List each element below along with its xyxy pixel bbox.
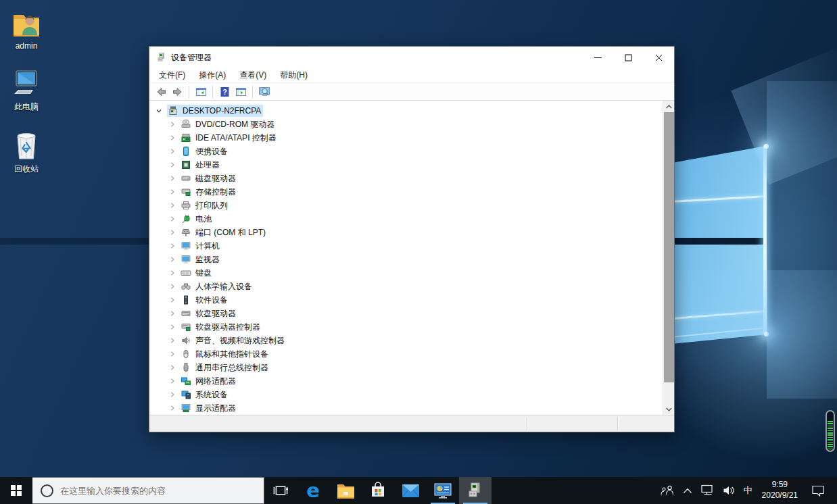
ime-indicator[interactable]: 中 (740, 477, 757, 504)
chevron-right-icon[interactable] (168, 297, 176, 303)
search-input[interactable] (60, 486, 249, 496)
tree-item-floppy-drive[interactable]: 软盘驱动器 (149, 307, 663, 320)
folder-icon (337, 483, 355, 499)
mail-icon (402, 484, 420, 498)
tree-item-ports[interactable]: 端口 (COM 和 LPT) (149, 226, 663, 239)
tree-item-keyboard[interactable]: 键盘 (149, 266, 663, 280)
scrollbar-thumb[interactable] (664, 112, 674, 382)
tree-item-computer[interactable]: 计算机 (149, 239, 663, 253)
scan-hardware-changes-button[interactable] (258, 85, 271, 99)
clock[interactable]: 9:59 2020/9/21 (757, 480, 803, 501)
menu-help[interactable]: 帮助(H) (273, 68, 314, 83)
chevron-right-icon[interactable] (168, 337, 176, 344)
tree-item-dvd[interactable]: DVD/CD-ROM 驱动器 (149, 118, 663, 131)
desktop-icon-recycle-bin[interactable]: 回收站 (3, 128, 50, 175)
tree-item-portable[interactable]: 便携设备 (149, 145, 663, 158)
tree-item-battery[interactable]: 电池 (149, 212, 663, 226)
show-console-tree-button[interactable] (194, 85, 208, 99)
people-button[interactable] (656, 477, 679, 504)
chevron-right-icon[interactable] (168, 243, 176, 249)
scroll-down-arrow[interactable] (663, 403, 674, 415)
chevron-right-icon[interactable] (168, 188, 176, 195)
taskbar-search[interactable] (32, 477, 264, 504)
tree-item-ide[interactable]: IDE ATA/ATAPI 控制器 (149, 131, 663, 145)
scroll-up-arrow[interactable] (663, 101, 674, 112)
volume-icon[interactable] (719, 477, 740, 504)
desktop-icon-label: 回收站 (3, 163, 50, 175)
file-explorer-taskbar-icon[interactable] (329, 477, 362, 504)
chevron-right-icon[interactable] (168, 351, 176, 357)
forward-button[interactable] (170, 85, 184, 99)
edge-taskbar-icon[interactable]: e (297, 477, 329, 504)
store-taskbar-icon[interactable] (362, 477, 394, 504)
chevron-right-icon[interactable] (168, 175, 176, 182)
chevron-right-icon[interactable] (168, 256, 176, 263)
minimize-button[interactable] (583, 47, 613, 68)
tree-item-software-device[interactable]: 软件设备 (149, 293, 663, 307)
tree-item-system-devices[interactable]: 系统设备 (149, 388, 663, 401)
tree-item-disk[interactable]: 磁盘驱动器 (149, 172, 663, 185)
chevron-right-icon[interactable] (168, 134, 176, 141)
tree-item-network[interactable]: 网络适配器 (149, 374, 663, 388)
tree-item-storage[interactable]: 存储控制器 (149, 185, 663, 199)
tree-root-computer[interactable]: DESKTOP-N2FRCPA (149, 104, 663, 118)
svg-text:?: ? (222, 87, 227, 95)
start-button[interactable] (0, 477, 32, 504)
device-manager-taskbar-icon[interactable] (459, 477, 492, 504)
chevron-right-icon[interactable] (168, 216, 176, 222)
tree-item-hid[interactable]: 人体学输入设备 (149, 280, 663, 293)
system-device-icon (181, 389, 191, 400)
maximize-button[interactable] (613, 47, 644, 68)
tree-item-label: 显示适配器 (195, 403, 236, 414)
toolbar-separator (189, 86, 189, 98)
floppy-drive-icon (181, 308, 191, 319)
tree-item-mouse[interactable]: 鼠标和其他指针设备 (149, 347, 663, 361)
tree-item-label: 计算机 (195, 241, 220, 252)
chevron-right-icon[interactable] (168, 270, 176, 276)
selected-node[interactable]: DESKTOP-N2FRCPA (167, 105, 263, 117)
chevron-right-icon[interactable] (168, 121, 176, 128)
system-properties-taskbar-icon[interactable] (427, 477, 459, 504)
mail-taskbar-icon[interactable] (394, 477, 427, 504)
network-icon[interactable] (696, 477, 719, 504)
menu-view[interactable]: 查看(V) (233, 68, 273, 83)
chevron-right-icon[interactable] (168, 310, 176, 317)
titlebar[interactable]: 设备管理器 (149, 47, 674, 68)
chevron-right-icon[interactable] (168, 405, 176, 411)
vertical-scrollbar[interactable] (663, 101, 674, 415)
tree-item-processor[interactable]: 处理器 (149, 158, 663, 172)
tree-item-floppy-controller[interactable]: 软盘驱动器控制器 (149, 320, 663, 334)
chevron-right-icon[interactable] (168, 391, 176, 398)
tree-item-sound[interactable]: 声音、视频和游戏控制器 (149, 334, 663, 347)
system-tray: 中 9:59 2020/9/21 (656, 477, 837, 504)
chevron-right-icon[interactable] (168, 283, 176, 290)
back-button[interactable] (154, 85, 168, 99)
chevron-down-icon[interactable] (155, 107, 163, 114)
device-manager-window: 设备管理器 文件(F) 操作(A) 查看(V) 帮助(H) ? DESKT (149, 46, 675, 432)
desktop-icon-admin[interactable]: admin (3, 5, 50, 51)
chevron-right-icon[interactable] (168, 148, 176, 155)
tree-item-display-adapters[interactable]: 显示适配器 (149, 401, 663, 415)
chevron-right-icon[interactable] (168, 364, 176, 371)
desktop-icon-this-pc[interactable]: 此电脑 (3, 66, 50, 113)
chevron-right-icon[interactable] (168, 161, 176, 168)
chevron-right-icon[interactable] (168, 202, 176, 209)
chevron-right-icon[interactable] (168, 229, 176, 236)
tree-item-label: 人体学输入设备 (195, 281, 252, 293)
system-properties-icon (433, 482, 452, 499)
tree-item-usb[interactable]: 通用串行总线控制器 (149, 361, 663, 374)
close-button[interactable] (644, 47, 674, 68)
menu-action[interactable]: 操作(A) (192, 68, 233, 83)
properties-button[interactable] (234, 85, 247, 99)
tree-item-monitor[interactable]: 监视器 (149, 253, 663, 266)
tree-item-print-queue[interactable]: 打印队列 (149, 199, 663, 212)
task-view-button[interactable] (264, 477, 297, 504)
edge-icon: e (306, 481, 320, 501)
help-button[interactable]: ? (218, 85, 231, 99)
menu-file[interactable]: 文件(F) (152, 68, 192, 83)
chevron-right-icon[interactable] (168, 324, 176, 330)
hidden-icons-chevron[interactable] (679, 477, 696, 504)
device-tree-pane: DESKTOP-N2FRCPA DVD/CD-ROM 驱动器 IDE ATA/A… (149, 101, 674, 415)
action-center-button[interactable] (803, 477, 833, 504)
chevron-right-icon[interactable] (168, 378, 176, 384)
